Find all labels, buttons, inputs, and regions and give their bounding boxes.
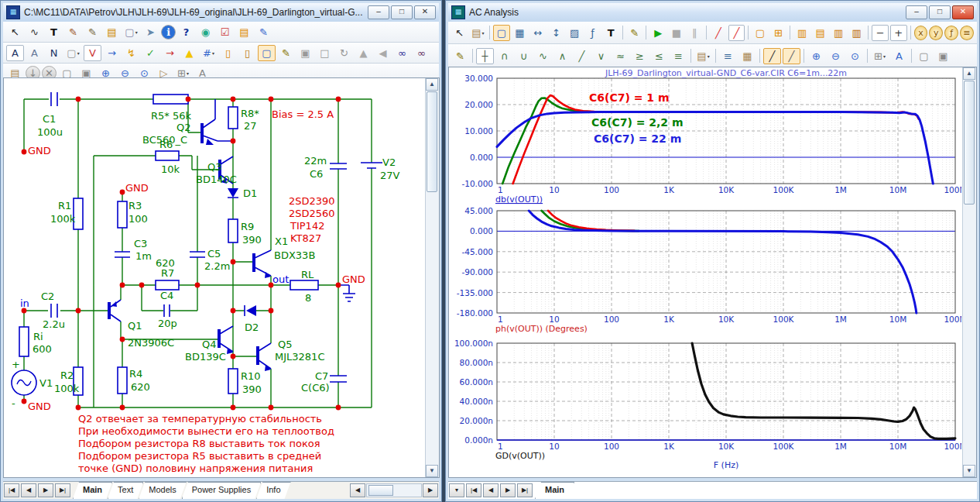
ac-maximize-button[interactable]: □: [929, 5, 951, 19]
cursor-peak-icon[interactable]: ∩: [495, 48, 513, 64]
power-tool-icon[interactable]: ↯: [122, 45, 140, 61]
copy-page-icon[interactable]: ▢: [915, 48, 933, 64]
cursor-inflect-icon[interactable]: ≈: [612, 48, 629, 64]
page-nav-button[interactable]: |◀: [4, 483, 19, 497]
clip-cal-icon[interactable]: ▤▾: [694, 48, 712, 64]
dropdown-arrow-icon[interactable]: ▾: [883, 53, 886, 59]
cursor-low-icon[interactable]: ∨: [592, 48, 610, 64]
clipboard-tool-icon[interactable]: ▤▾: [470, 25, 487, 41]
close-button[interactable]: ✕: [414, 5, 436, 19]
zoom-in-icon[interactable]: ⊕: [807, 48, 825, 64]
schematic-vscrollbar[interactable]: ▲ ▼: [425, 78, 439, 477]
data-points-icon[interactable]: ▢: [752, 25, 769, 41]
hscroll-thumb[interactable]: [368, 485, 393, 496]
scale-both-icon[interactable]: ▨: [566, 25, 583, 41]
run-button-icon[interactable]: ▶: [649, 25, 666, 41]
schematic-titlebar[interactable]: ▦ C:\MC11\DATA\Petrov\JLH\JLH-69\JLH-69_…: [3, 3, 439, 22]
slope-box-tool-icon[interactable]: ╱: [728, 25, 745, 41]
dropdown-arrow-icon[interactable]: ▾: [481, 30, 484, 36]
node-numbers-icon[interactable]: N: [45, 45, 63, 61]
cursor-gmax-icon[interactable]: ≥: [631, 48, 649, 64]
ac-plot-canvas[interactable]: 30.00020.00010.0000.000-10.0001101001K10…: [448, 67, 977, 478]
cursor-gmin-icon[interactable]: ≤: [650, 48, 668, 64]
rotate-tool-icon[interactable]: ↻: [335, 45, 353, 61]
tab-main[interactable]: Main: [73, 482, 112, 499]
zoom-out-icon[interactable]: ⊖: [827, 48, 845, 64]
font-tool-icon[interactable]: A: [890, 48, 908, 64]
slope-a-icon[interactable]: ╱: [763, 48, 781, 64]
calendar-123-icon[interactable]: ▦: [738, 48, 756, 64]
ac-titlebar[interactable]: ▦ AC Analysis – □ ✕: [448, 3, 977, 22]
numeric-output-icon[interactable]: ≡: [719, 48, 737, 64]
properties-tool-icon[interactable]: ✎: [626, 25, 643, 41]
ac-minimize-button[interactable]: –: [906, 5, 927, 19]
tracker-h-icon[interactable]: ▥: [848, 25, 865, 41]
copy-tool-icon[interactable]: ▢▾: [64, 45, 82, 61]
link-tool-icon[interactable]: ◉: [197, 24, 214, 40]
fx-scale-icon[interactable]: ƒ: [584, 25, 601, 41]
schematic-hscrollbar[interactable]: ◀ ▶: [349, 482, 439, 499]
tab-info[interactable]: Info: [256, 482, 290, 499]
tab-models[interactable]: Models: [139, 482, 186, 499]
cursor-wave-icon[interactable]: ∿: [534, 48, 552, 64]
cursor-cross-icon[interactable]: +: [890, 25, 907, 41]
hscroll-track[interactable]: [366, 483, 422, 497]
scale-x-icon[interactable]: ↔: [529, 25, 547, 41]
properties-tool-icon[interactable]: ✎: [277, 45, 295, 61]
warning-tool-icon[interactable]: ▲: [180, 45, 198, 61]
cursor-slope-icon[interactable]: ╱: [573, 48, 591, 64]
hscroll-left-icon[interactable]: ◀: [350, 483, 365, 497]
dropdown-arrow-icon[interactable]: ▾: [187, 70, 189, 76]
page-nav-button[interactable]: |◀: [466, 483, 481, 497]
hscroll-right-icon[interactable]: ▶: [423, 483, 438, 497]
go-x-icon[interactable]: x: [914, 26, 928, 40]
cursor-valley-icon[interactable]: ∪: [515, 48, 533, 64]
maximize-button[interactable]: □: [391, 5, 413, 19]
plus-mark-icon[interactable]: ▤: [812, 25, 829, 41]
schematic-vscroll-thumb[interactable]: [427, 91, 437, 192]
current-tool-icon[interactable]: →: [103, 45, 121, 61]
scale-y-icon[interactable]: ↕: [548, 25, 565, 41]
text-tool-icon[interactable]: T: [45, 24, 63, 40]
flip-v-tool-icon[interactable]: ▲: [355, 45, 372, 61]
dropdown-arrow-icon[interactable]: ▾: [708, 53, 710, 59]
tab-main[interactable]: Main: [535, 482, 574, 499]
scroll-down-icon[interactable]: ▼: [426, 465, 438, 477]
page-nav-button[interactable]: ▶|: [517, 483, 533, 497]
slope-tool-icon[interactable]: ╱: [710, 25, 727, 41]
minimize-button[interactable]: –: [368, 5, 389, 19]
condition-tool-icon[interactable]: ✓: [142, 45, 159, 61]
shape-tool-icon[interactable]: ▢▾: [122, 24, 140, 40]
clear-tool-icon[interactable]: □: [316, 45, 334, 61]
ruler-tool-icon[interactable]: ▥: [793, 25, 810, 41]
cursor-next-icon[interactable]: ┼: [476, 48, 494, 64]
picture-tool-icon[interactable]: ✎: [84, 24, 101, 40]
page-nav-button[interactable]: ▶|: [55, 483, 70, 497]
dropdown-arrow-icon[interactable]: ▾: [135, 29, 138, 35]
flip-h-tool-icon[interactable]: ◀: [374, 45, 392, 61]
page-nav-button[interactable]: ▾: [449, 483, 464, 497]
check-doc-tool-icon[interactable]: ☑: [216, 24, 234, 40]
horizontal-line-icon[interactable]: −: [872, 25, 889, 41]
ac-vscrollbar[interactable]: ▲ ▼: [962, 67, 976, 477]
dropdown-arrow-icon[interactable]: ▾: [77, 50, 80, 56]
tracker-v-icon[interactable]: ▥: [830, 25, 847, 41]
page-nav-button[interactable]: ▶: [38, 483, 53, 497]
tab-power-supplies[interactable]: Power Supplies: [182, 482, 261, 499]
cursor-high-icon[interactable]: ∧: [553, 48, 571, 64]
token-tool-icon[interactable]: ⊞: [770, 25, 787, 41]
find-tool-icon[interactable]: ∞: [413, 45, 430, 61]
select-tool-icon[interactable]: ↖: [451, 25, 468, 41]
box-tool-icon[interactable]: ▣: [296, 45, 314, 61]
paste-page-icon[interactable]: ▣: [934, 48, 952, 64]
rows-tool-icon[interactable]: ▤: [235, 24, 253, 40]
node-voltages-icon[interactable]: V: [84, 45, 101, 61]
edit-props-icon[interactable]: ✎: [451, 48, 469, 64]
cursor-top-icon[interactable]: ≡: [670, 48, 687, 64]
ac-close-button[interactable]: ✕: [952, 5, 974, 19]
find-part-tool-icon[interactable]: ∞: [393, 45, 411, 61]
tab-text[interactable]: Text: [108, 482, 143, 499]
plot-properties-icon[interactable]: ▦: [512, 25, 529, 41]
flow-tool-icon[interactable]: ➤: [142, 24, 159, 40]
go-list-icon[interactable]: ≡: [960, 26, 974, 40]
